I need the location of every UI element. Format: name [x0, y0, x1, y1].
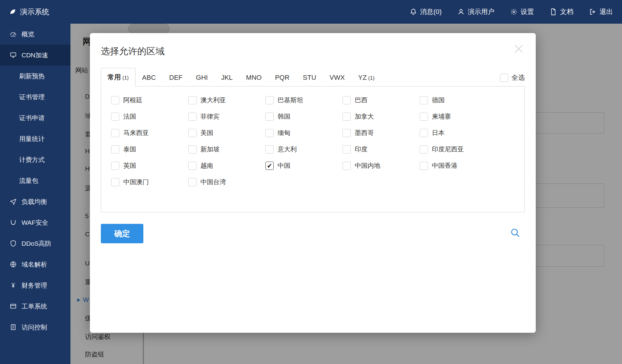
region-label: 中国内地	[355, 161, 380, 170]
close-icon[interactable]	[511, 42, 526, 56]
region-option[interactable]: 中国	[265, 161, 343, 170]
topbar-item-document[interactable]: 文档	[550, 7, 573, 16]
checkbox[interactable]	[420, 96, 428, 104]
checkbox[interactable]	[111, 145, 119, 153]
checkbox[interactable]	[420, 129, 428, 137]
region-option[interactable]: 缅甸	[265, 129, 343, 137]
checkbox[interactable]	[111, 162, 119, 170]
checkbox[interactable]	[188, 113, 197, 121]
region-option[interactable]: 阿根廷	[111, 96, 188, 104]
checkbox[interactable]	[188, 178, 197, 186]
checkbox[interactable]	[343, 129, 351, 137]
tab-label: DEF	[169, 74, 183, 82]
checkbox[interactable]	[420, 145, 428, 153]
sidebar-item-7[interactable]: 流量包	[0, 170, 70, 191]
sidebar-item-0[interactable]: 概览	[0, 24, 70, 45]
checkbox-checked[interactable]	[265, 162, 274, 170]
topbar-item-gear[interactable]: 设置	[510, 7, 534, 16]
sidebar-item-11[interactable]: 域名解析	[0, 254, 70, 275]
checkbox[interactable]	[420, 162, 428, 170]
region-option[interactable]: 意大利	[265, 145, 343, 153]
sidebar-item-12[interactable]: 财务管理	[0, 275, 70, 296]
sidebar-item-1[interactable]: CDN加速	[0, 45, 70, 66]
region-option[interactable]: 菲律宾	[188, 112, 265, 121]
region-option[interactable]: 马来西亚	[111, 129, 188, 137]
checkbox[interactable]	[343, 162, 351, 170]
checkbox[interactable]	[343, 113, 351, 121]
region-option[interactable]: 越南	[188, 161, 265, 170]
checkbox[interactable]	[343, 96, 351, 104]
region-option[interactable]: 澳大利亚	[188, 96, 265, 104]
region-option[interactable]: 美国	[188, 129, 265, 137]
search-icon[interactable]	[510, 228, 521, 239]
tab-0[interactable]: 常用(1)	[101, 68, 135, 87]
checkbox[interactable]	[265, 129, 274, 137]
checkbox[interactable]	[111, 113, 119, 121]
checkbox[interactable]	[188, 162, 197, 170]
region-option[interactable]: 日本	[420, 129, 497, 137]
sidebar-item-2[interactable]: 刷新预热	[0, 66, 70, 86]
sidebar-item-4[interactable]: 证书申请	[0, 107, 70, 128]
region-option[interactable]: 中国香港	[420, 161, 497, 170]
checkbox[interactable]	[265, 145, 274, 153]
region-option[interactable]: 泰国	[111, 145, 188, 153]
lock-icon	[10, 324, 17, 331]
sidebar-item-3[interactable]: 证书管理	[0, 86, 70, 107]
sidebar-item-6[interactable]: 计费方式	[0, 149, 70, 170]
tab-9[interactable]: YZ(1)	[351, 69, 381, 86]
user-icon	[457, 8, 465, 15]
logout-icon	[589, 8, 596, 15]
region-option[interactable]: 巴基斯坦	[265, 96, 343, 104]
checkbox[interactable]	[188, 96, 197, 104]
region-option[interactable]: 新加坡	[188, 145, 265, 153]
sidebar-item-label: 刷新预热	[19, 72, 45, 80]
topbar-item-label: 消息(0)	[420, 7, 442, 16]
region-option[interactable]: 印度尼西亚	[420, 145, 497, 153]
region-option[interactable]: 德国	[420, 96, 497, 104]
checkbox[interactable]	[265, 96, 274, 104]
topbar-item-bell[interactable]: 消息(0)	[410, 7, 442, 16]
region-option[interactable]: 墨西哥	[343, 129, 420, 137]
tab-3[interactable]: GHI	[189, 69, 214, 86]
tab-7[interactable]: STU	[296, 69, 323, 86]
tab-1[interactable]: ABC	[135, 69, 162, 86]
select-all-checkbox[interactable]	[500, 74, 508, 82]
tab-8[interactable]: VWX	[323, 69, 351, 86]
tab-2[interactable]: DEF	[162, 69, 189, 86]
checkbox[interactable]	[111, 178, 119, 186]
brand[interactable]: 演示系统	[9, 7, 49, 17]
tab-6[interactable]: PQR	[268, 69, 296, 86]
checkbox[interactable]	[188, 129, 197, 137]
confirm-button[interactable]: 确定	[101, 224, 143, 243]
region-label: 日本	[432, 129, 445, 137]
sidebar-item-13[interactable]: 工单系统	[0, 296, 70, 317]
checkbox[interactable]	[111, 96, 119, 104]
bell-icon	[410, 8, 417, 15]
region-option[interactable]: 英国	[111, 161, 188, 170]
tab-4[interactable]: JKL	[214, 69, 239, 86]
region-option[interactable]: 印度	[343, 145, 420, 153]
topbar-item-user[interactable]: 演示用户	[457, 7, 494, 16]
sidebar-item-5[interactable]: 用量统计	[0, 128, 70, 149]
region-option[interactable]: 中国澳门	[111, 178, 188, 186]
topbar-menu: 消息(0)演示用户设置文档退出	[410, 7, 613, 16]
sidebar-item-8[interactable]: 负载均衡	[0, 191, 70, 212]
checkbox[interactable]	[265, 113, 274, 121]
region-option[interactable]: 柬埔寨	[420, 112, 497, 121]
sidebar-item-9[interactable]: WAF安全	[0, 212, 70, 233]
tab-5[interactable]: MNO	[239, 69, 268, 86]
sidebar-item-10[interactable]: DDoS高防	[0, 233, 70, 254]
region-option[interactable]: 加拿大	[343, 112, 420, 121]
region-option[interactable]: 法国	[111, 112, 188, 121]
region-option[interactable]: 巴西	[343, 96, 420, 104]
checkbox[interactable]	[188, 145, 197, 153]
topbar-item-logout[interactable]: 退出	[589, 7, 613, 16]
checkbox[interactable]	[111, 129, 119, 137]
sidebar-item-14[interactable]: 访问控制	[0, 317, 70, 338]
region-option[interactable]: 韩国	[265, 112, 343, 121]
region-option[interactable]: 中国台湾	[188, 178, 265, 186]
checkbox[interactable]	[420, 113, 428, 121]
region-option[interactable]: 中国内地	[343, 161, 420, 170]
checkbox[interactable]	[343, 145, 351, 153]
tab-label: ABC	[142, 74, 156, 82]
